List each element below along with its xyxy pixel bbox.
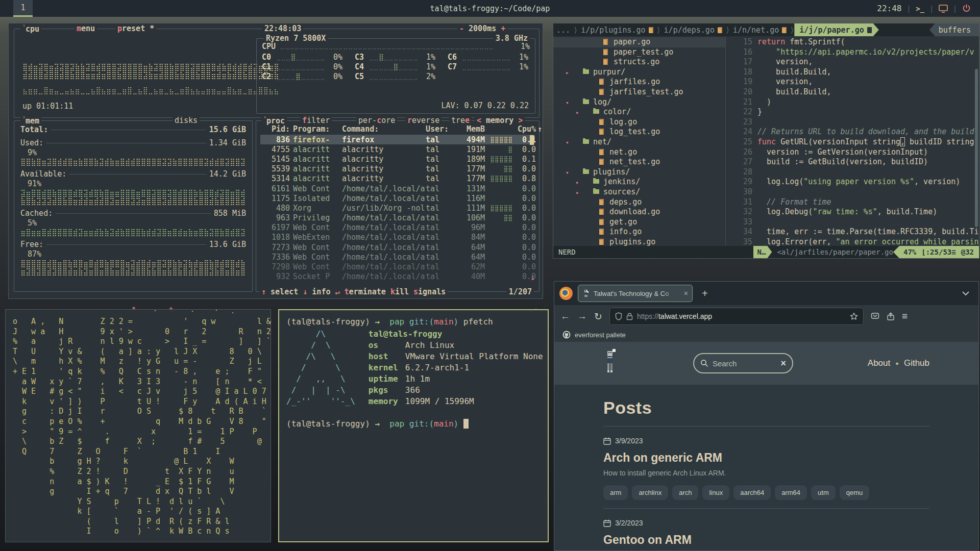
preset-button[interactable]: preset * (115, 24, 156, 33)
post-title[interactable]: Gentoo on ARM (603, 533, 929, 547)
proc-row[interactable]: 932Socket P/home/tal/.local/atal40M0.0 (260, 272, 535, 282)
nav-link-about[interactable]: About (868, 358, 890, 368)
chevron-down-icon[interactable]: ▾ (566, 138, 569, 148)
cpu-core-row: C3⣀⣀⣿⣀⣀⣀⣀⣀⣀⣀1% (355, 52, 435, 62)
shield-icon[interactable] (615, 312, 622, 320)
tree-item-structs-go[interactable]: structs.go (553, 57, 725, 67)
scroll-down-icon[interactable]: ↓ (530, 273, 535, 282)
reload-button[interactable]: ↻ (594, 311, 602, 322)
share-icon[interactable] (887, 312, 895, 321)
pocket-icon[interactable] (871, 312, 879, 321)
tree-item-net[interactable]: ▾net/ (553, 137, 725, 147)
power-icon[interactable] (962, 4, 971, 13)
tree-item-jarfiles-test-go[interactable]: jarfiles_test.go (553, 87, 725, 97)
tag-badge[interactable]: aarch64 (733, 485, 771, 500)
tree-item-color[interactable]: ▸color/ (553, 107, 725, 117)
update-interval[interactable]: - 2000ms + (457, 24, 507, 33)
url-bar[interactable]: https:// talwat.vercel.app (609, 308, 864, 325)
new-tab-button[interactable]: + (698, 288, 712, 299)
proc-row[interactable]: 7336Web Cont/home/tal/.local/atal64M0.0 (260, 252, 535, 262)
tree-item-jarfiles-go[interactable]: jarfiles.go (553, 77, 725, 87)
tag-badge[interactable]: qemu (840, 485, 870, 500)
tree-item-log-go[interactable]: log.go (553, 117, 725, 128)
proc-row[interactable]: 6197Web Cont/home/tal/.local/atal96M0.0 (260, 223, 535, 233)
tag-badge[interactable]: utm (811, 485, 836, 500)
tree-item-plugins[interactable]: ▾plugins/ (553, 167, 725, 178)
tag-badge[interactable]: arm (603, 485, 628, 500)
proc-row[interactable]: 5539alacrittalacrittytal177M⣿⣿0.0 (260, 164, 535, 174)
proc-row[interactable]: 7273Web Cont/home/tal/.local/atal64M0.0 (260, 242, 535, 252)
prompt-line-2[interactable]: (tal@tals-froggy) → pap git:(main) (286, 418, 541, 430)
tag-badge[interactable]: linux (702, 485, 729, 500)
tag-badge[interactable]: arm64 (775, 485, 807, 500)
tag-badge[interactable]: archlinx (632, 485, 668, 500)
proc-row[interactable]: 5314alacrittalacrittytal177M⣿⣿⣿⣿⣿0.8 (260, 174, 535, 184)
browser-tab[interactable]: Talwat's Technology & Co × (578, 285, 693, 302)
editor-pane[interactable]: 1516171819202122232425262728293031323334… (725, 36, 979, 246)
mem-tab[interactable]: ²mem (20, 116, 41, 126)
display-icon[interactable] (939, 5, 948, 13)
bookmark-item[interactable]: everforest pallete (575, 331, 626, 339)
chevron-down-icon[interactable]: ▾ (566, 168, 569, 178)
workspace-indicator[interactable]: 1 (13, 0, 33, 17)
chevron-right-icon[interactable]: ▸ (576, 108, 579, 118)
proc-footer-legend[interactable]: ↑ select ↓ info ↵ terminate kill signals (259, 287, 448, 296)
forward-button[interactable]: → (577, 311, 587, 322)
tree-item-get-go[interactable]: get.go (553, 217, 725, 228)
disks-tab[interactable]: disks (173, 116, 200, 125)
bookmark-star-icon[interactable] (850, 312, 858, 320)
proc-row[interactable]: 480Xorg/usr/lib/Xorg -noltal111M⣿⣿⣿⣿⣿0.0 (260, 203, 535, 213)
tree-item-log[interactable]: ▾log/ (553, 97, 725, 108)
proc-header-row[interactable]: Pid: Program: Command: User: MemB Cpu% ↑ (260, 124, 535, 134)
proc-row[interactable]: 963Privileg/home/tal/.local/atal106M⣿⣿0.… (260, 213, 535, 223)
tab-inactive[interactable]: i/n/net.go (730, 26, 790, 35)
proc-row[interactable]: 1018WebExten/home/tal/.local/atal84M0.0 (260, 233, 535, 242)
terminal-window[interactable]: (tal@tals-froggy) → pap git:(main) pfetc… (278, 309, 549, 542)
proc-row[interactable]: 4755alacrittalacrittytal191M⣿0.0 (260, 144, 535, 154)
tree-item-plugins-go[interactable]: plugins.go (553, 237, 725, 247)
proc-row[interactable]: 6161Web Cont/home/tal/.local/atal131M0.0 (260, 184, 535, 193)
terminal-icon[interactable]: >_ (916, 5, 924, 13)
tab-inactive[interactable]: i/p/deps.go (661, 26, 725, 35)
tree-item-purpur[interactable]: ▸purpur/ (553, 67, 725, 78)
file-icon (599, 89, 604, 95)
tree-item-net-go[interactable]: net.go (553, 147, 725, 158)
proc-row[interactable]: 5145alacrittalacrittytal189M⣿⣿⣿⣿⣿0.1 (260, 154, 535, 164)
cpu-tab[interactable]: ¹cpu (20, 24, 41, 34)
editor-scrollbar[interactable] (975, 69, 978, 227)
search-clear-icon[interactable]: × (780, 358, 786, 369)
search-input[interactable]: Search × (693, 353, 793, 373)
tree-item-info-go[interactable]: info.go (553, 227, 725, 237)
code-area[interactable]: return fmt.Sprintf( "https://api.papermc… (757, 37, 979, 246)
buffers-label[interactable]: buffers (929, 23, 979, 36)
proc-scrollbar[interactable] (530, 135, 534, 145)
tree-item-log-test-go[interactable]: log_test.go (553, 127, 725, 137)
firefox-logo-icon[interactable] (559, 287, 573, 300)
site-avatar[interactable] (603, 349, 619, 378)
tab-list-chevron-icon[interactable] (962, 291, 973, 296)
tab-inactive[interactable]: i/p/plugins.go (578, 26, 656, 35)
tree-item-jenkins[interactable]: ▸jenkins/ (553, 177, 725, 187)
lock-icon[interactable] (626, 313, 633, 320)
chevron-right-icon[interactable]: ▸ (576, 188, 579, 198)
proc-row[interactable]: 1175Isolated/home/tal/.local/atal116M0.0 (260, 193, 535, 203)
tab-close-icon[interactable]: × (684, 289, 688, 297)
proc-row[interactable]: 836firefox-firefoxtal494M⣿⣿⣿⣿⣿0.1 (260, 135, 535, 144)
menu-hamburger-icon[interactable]: ≡ (902, 311, 908, 322)
tree-item-deps-go[interactable]: deps.go (553, 197, 725, 208)
tree-item-net-test-go[interactable]: net_test.go (553, 157, 725, 167)
tree-item-sources[interactable]: ▸sources/ (553, 187, 725, 197)
menu-button[interactable]: menu (75, 24, 97, 33)
back-button[interactable]: ← (560, 311, 570, 322)
post-title[interactable]: Arch on generic ARM (603, 451, 929, 465)
chevron-down-icon[interactable]: ▾ (566, 98, 569, 108)
chevron-right-icon[interactable]: ▸ (566, 68, 569, 78)
tree-item-download-go[interactable]: download.go (553, 207, 725, 217)
tab-active-paper-go[interactable]: i/j/p/paper.go (794, 23, 878, 36)
proc-row[interactable]: 7298Web Cont/home/tal/.local/atal62M0.0 (260, 262, 535, 271)
chevron-right-icon[interactable]: ▸ (576, 178, 579, 188)
tag-badge[interactable]: arch (672, 485, 698, 500)
tree-item-paper-test-go[interactable]: paper_test.go (553, 47, 725, 58)
nav-link-github[interactable]: Github (904, 358, 929, 368)
tree-item-paper-go[interactable]: paper.go (553, 37, 725, 47)
